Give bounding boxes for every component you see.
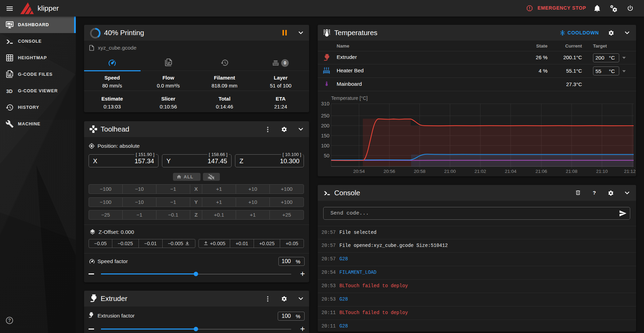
- svg-text:200: 200: [321, 123, 329, 128]
- svg-text:21:04: 21:04: [505, 169, 517, 174]
- svg-text:3D: 3D: [6, 89, 13, 94]
- svg-text:20:58: 20:58: [414, 169, 426, 174]
- svg-text:21:08: 21:08: [566, 169, 577, 174]
- svg-text:21:10: 21:10: [596, 169, 608, 174]
- svg-text:21:06: 21:06: [535, 169, 547, 174]
- svg-text:21:12: 21:12: [624, 169, 636, 174]
- svg-text:21:00: 21:00: [444, 169, 456, 174]
- svg-text:?: ?: [593, 190, 596, 196]
- svg-text:21:02: 21:02: [474, 169, 486, 174]
- svg-text:310: 310: [321, 101, 329, 106]
- svg-text:Temperature [°C]: Temperature [°C]: [331, 95, 368, 101]
- svg-text:50: 50: [324, 153, 329, 158]
- svg-text:250: 250: [321, 113, 329, 118]
- svg-text:100: 100: [321, 143, 329, 148]
- svg-text:150: 150: [321, 133, 329, 138]
- svg-text:20:54: 20:54: [353, 169, 365, 174]
- svg-text:20:56: 20:56: [384, 169, 395, 174]
